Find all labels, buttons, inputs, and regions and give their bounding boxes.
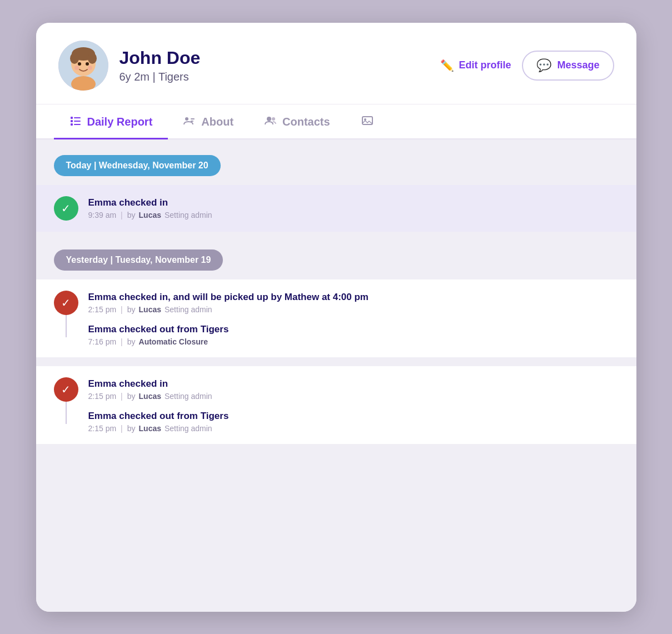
contacts-icon xyxy=(265,114,277,130)
main-card: John Doe 6y 2m | Tigers ✏️ Edit profile … xyxy=(36,23,636,612)
yesterday-event-meta-2: 2:15 pm | by Lucas Setting admin xyxy=(88,392,619,401)
yesterday-event-content-1: Emma checked in, and will be picked up b… xyxy=(88,291,619,346)
svg-rect-11 xyxy=(74,117,81,118)
y-sub-byname-2: Lucas xyxy=(139,424,161,433)
group-gap xyxy=(36,357,636,366)
today-connector-1: ✓ xyxy=(54,196,78,221)
y-event-role-1: Setting admin xyxy=(165,305,212,314)
profile-header: John Doe 6y 2m | Tigers ✏️ Edit profile … xyxy=(36,23,636,104)
yesterday-timeline-2: ✓ Emma checked in 2:15 pm | by Lucas Set… xyxy=(36,366,636,444)
y-event-time-1: 2:15 pm xyxy=(88,305,117,314)
svg-rect-17 xyxy=(191,118,195,119)
y-event-byname-2: Lucas xyxy=(139,392,161,401)
pencil-icon: ✏️ xyxy=(440,59,454,72)
yesterday-sub-event-1: Emma checked out from Tigers 7:16 pm | b… xyxy=(88,324,619,346)
edit-profile-label: Edit profile xyxy=(459,59,511,71)
person-icon xyxy=(183,114,196,130)
today-event-by-label: by xyxy=(127,211,136,219)
tabs-bar: Daily Report About Contacts xyxy=(36,104,636,139)
y-sub-by-2: by xyxy=(127,424,136,433)
svg-point-9 xyxy=(88,66,92,70)
svg-point-8 xyxy=(74,66,79,70)
yesterday-event-2: ✓ Emma checked in 2:15 pm | by Lucas Set… xyxy=(36,366,636,444)
profile-actions: ✏️ Edit profile 💬 Message xyxy=(440,51,614,81)
today-event-time-1: 9:39 am xyxy=(88,211,117,219)
today-timeline: ✓ Emma checked in 9:39 am | by Lucas Set… xyxy=(36,185,636,232)
tab-about[interactable]: About xyxy=(168,104,249,139)
separator: | xyxy=(121,424,123,433)
tab-about-label: About xyxy=(201,116,233,128)
yesterday-sub-meta-2: 2:15 pm | by Lucas Setting admin xyxy=(88,424,619,433)
svg-point-19 xyxy=(267,117,271,121)
svg-rect-18 xyxy=(191,121,193,122)
list-icon xyxy=(69,114,82,130)
tab-daily-report[interactable]: Daily Report xyxy=(54,104,168,139)
today-event-meta-1: 9:39 am | by Lucas Setting admin xyxy=(88,211,619,219)
y-sub-time-1: 7:16 pm xyxy=(88,337,117,346)
today-badge: Today | Wednesday, November 20 xyxy=(54,155,221,176)
photos-icon xyxy=(361,114,374,130)
svg-point-5 xyxy=(88,53,97,64)
line-down-2 xyxy=(66,402,67,424)
yesterday-badge: Yesterday | Tuesday, November 19 xyxy=(54,249,223,271)
yesterday-group: Yesterday | Tuesday, November 19 ✓ Emma … xyxy=(36,249,636,444)
yesterday-sub-title-1: Emma checked out from Tigers xyxy=(88,324,619,335)
y-event-by-1: by xyxy=(127,305,136,314)
today-event-title-1: Emma checked in xyxy=(88,197,619,208)
tab-contacts-label: Contacts xyxy=(282,116,330,128)
profile-subtitle: 6y 2m | Tigers xyxy=(120,71,430,83)
check-icon-red-2: ✓ xyxy=(54,377,78,402)
yesterday-event-content-2: Emma checked in 2:15 pm | by Lucas Setti… xyxy=(88,377,619,433)
svg-point-4 xyxy=(70,53,79,64)
y-event-role-2: Setting admin xyxy=(165,392,212,401)
separator: | xyxy=(121,392,123,401)
line-down-1 xyxy=(66,315,67,337)
avatar xyxy=(58,41,108,91)
yesterday-sub-meta-1: 7:16 pm | by Automatic Closure xyxy=(88,337,619,346)
profile-info: John Doe 6y 2m | Tigers xyxy=(120,47,430,83)
edit-profile-button[interactable]: ✏️ Edit profile xyxy=(440,59,511,72)
separator: | xyxy=(121,337,123,346)
chat-icon: 💬 xyxy=(536,58,551,73)
message-button[interactable]: 💬 Message xyxy=(522,51,614,81)
tab-contacts[interactable]: Contacts xyxy=(249,104,346,139)
svg-rect-13 xyxy=(74,121,81,122)
yesterday-event-1: ✓ Emma checked in, and will be picked up… xyxy=(36,279,636,357)
separator: | xyxy=(121,211,123,219)
yesterday-sub-title-2: Emma checked out from Tigers xyxy=(88,411,619,422)
svg-rect-12 xyxy=(71,120,73,122)
svg-rect-10 xyxy=(71,117,73,119)
svg-point-20 xyxy=(272,117,275,121)
yesterday-timeline-1: ✓ Emma checked in, and will be picked up… xyxy=(36,279,636,357)
yesterday-event-title-2: Emma checked in xyxy=(88,378,619,390)
today-event-1: ✓ Emma checked in 9:39 am | by Lucas Set… xyxy=(36,185,636,232)
y-event-byname-1: Lucas xyxy=(139,305,161,314)
message-label: Message xyxy=(557,59,599,71)
today-event-by-name-1: Lucas xyxy=(139,211,161,219)
separator: | xyxy=(121,305,123,314)
yesterday-connector-1: ✓ xyxy=(54,291,78,337)
today-group: Today | Wednesday, November 20 ✓ Emma ch… xyxy=(36,155,636,232)
svg-rect-14 xyxy=(71,123,73,126)
section-gap xyxy=(36,236,636,249)
yesterday-event-meta-1: 2:15 pm | by Lucas Setting admin xyxy=(88,305,619,314)
today-event-content-1: Emma checked in 9:39 am | by Lucas Setti… xyxy=(88,196,619,219)
svg-rect-15 xyxy=(74,124,81,125)
daily-report-content: Today | Wednesday, November 20 ✓ Emma ch… xyxy=(36,139,636,612)
svg-rect-16 xyxy=(185,117,188,121)
y-sub-byname-1: Automatic Closure xyxy=(139,337,208,346)
yesterday-event-title-1: Emma checked in, and will be picked up b… xyxy=(88,292,619,303)
today-event-role-1: Setting admin xyxy=(165,211,212,219)
svg-point-7 xyxy=(86,62,89,66)
tab-photos[interactable] xyxy=(346,104,389,139)
svg-point-6 xyxy=(78,62,81,66)
y-sub-role-2: Setting admin xyxy=(165,424,212,433)
check-icon-red-1: ✓ xyxy=(54,291,78,315)
tab-daily-report-label: Daily Report xyxy=(87,116,153,128)
check-icon-green: ✓ xyxy=(54,196,78,221)
profile-name: John Doe xyxy=(120,47,430,68)
y-sub-by-1: by xyxy=(127,337,136,346)
yesterday-sub-event-2: Emma checked out from Tigers 2:15 pm | b… xyxy=(88,411,619,433)
y-sub-time-2: 2:15 pm xyxy=(88,424,117,433)
y-event-by-2: by xyxy=(127,392,136,401)
